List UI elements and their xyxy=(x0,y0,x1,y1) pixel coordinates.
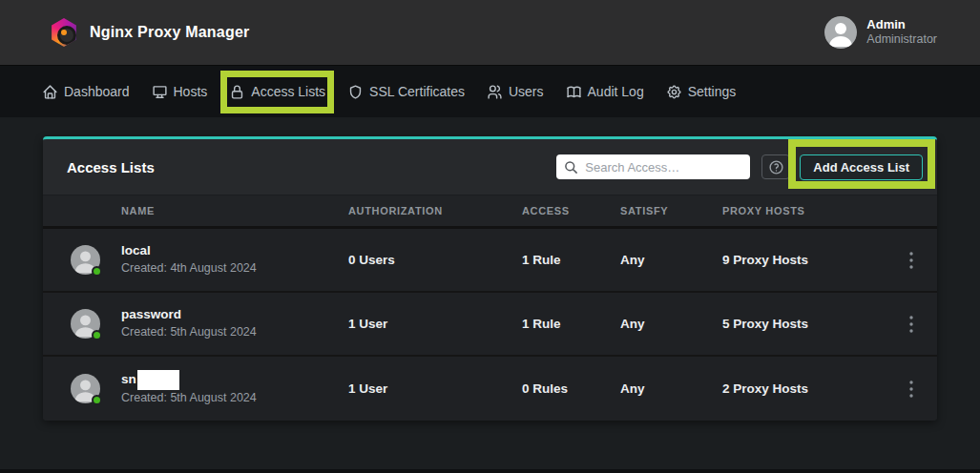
table-header-row: NAME AUTHORIZATION ACCESS SATISFY PROXY … xyxy=(43,195,937,229)
nav-item-users[interactable]: Users xyxy=(487,84,544,100)
lock-icon xyxy=(229,84,245,100)
access-list-avatar xyxy=(71,374,100,403)
user-menu[interactable]: Admin Administrator xyxy=(824,16,937,49)
search-input[interactable] xyxy=(585,160,742,175)
access-value: 1 Rule xyxy=(522,253,620,267)
access-list-created: Created: 5th August 2024 xyxy=(121,390,348,407)
satisfy-value: Any xyxy=(620,381,722,396)
search-icon xyxy=(564,160,578,175)
proxy-hosts-value: 9 Proxy Hosts xyxy=(722,253,885,267)
nav-label: Access Lists xyxy=(251,84,325,99)
add-access-list-button[interactable]: Add Access List xyxy=(800,154,923,180)
person-icon xyxy=(824,16,857,49)
main-nav: Dashboard Hosts Access Lists SSL Certifi… xyxy=(0,65,980,117)
table-row[interactable]: sn Created: 5th August 2024 1 User 0 Rul… xyxy=(43,357,937,421)
nav-item-hosts[interactable]: Hosts xyxy=(152,84,208,100)
search-box xyxy=(556,154,750,179)
satisfy-value: Any xyxy=(620,253,722,267)
table-row[interactable]: local Created: 4th August 2024 0 Users 1… xyxy=(43,229,937,293)
user-role: Administrator xyxy=(866,32,937,48)
status-online-dot xyxy=(92,330,102,340)
authorization-value: 0 Users xyxy=(348,253,522,267)
access-list-avatar xyxy=(71,309,100,339)
book-icon xyxy=(566,84,582,100)
access-list-name: local xyxy=(121,242,348,260)
access-list-created: Created: 5th August 2024 xyxy=(121,324,348,341)
nav-item-access-lists[interactable]: Access Lists xyxy=(229,84,325,100)
column-header-proxy-hosts: PROXY HOSTS xyxy=(722,205,885,216)
nav-label: Audit Log xyxy=(588,84,644,99)
nav-label: Settings xyxy=(688,84,737,99)
table-row[interactable]: password Created: 5th August 2024 1 User… xyxy=(43,293,937,357)
help-button[interactable] xyxy=(761,154,790,179)
window-bottom-edge xyxy=(0,469,980,473)
nav-item-dashboard[interactable]: Dashboard xyxy=(42,84,130,100)
nav-item-settings[interactable]: Settings xyxy=(666,84,737,100)
user-avatar xyxy=(824,16,857,49)
nav-label: Dashboard xyxy=(64,84,130,99)
gear-icon xyxy=(666,84,682,100)
nav-item-ssl-certificates[interactable]: SSL Certificates xyxy=(347,84,465,100)
user-name: Admin xyxy=(866,17,937,32)
access-list-avatar xyxy=(71,245,100,275)
panel-header: Access Lists Add Access List xyxy=(43,139,937,195)
access-value: 1 Rule xyxy=(522,317,620,331)
users-icon xyxy=(487,84,503,100)
satisfy-value: Any xyxy=(620,317,722,331)
nav-label: Users xyxy=(509,84,544,99)
row-actions-kebab-icon[interactable] xyxy=(885,316,937,333)
page-title: Access Lists xyxy=(67,159,155,175)
access-list-created: Created: 4th August 2024 xyxy=(121,260,348,278)
access-lists-panel: Access Lists Add Access List NAME AUTHOR… xyxy=(43,136,937,421)
status-online-dot xyxy=(92,266,102,277)
redaction-box xyxy=(137,370,179,390)
monitor-icon xyxy=(152,84,168,100)
column-header-authorization: AUTHORIZATION xyxy=(348,205,522,216)
nginx-proxy-manager-logo-icon xyxy=(50,18,78,47)
home-icon xyxy=(42,84,58,100)
proxy-hosts-value: 2 Proxy Hosts xyxy=(722,381,885,396)
shield-icon xyxy=(347,84,364,100)
nav-label: SSL Certificates xyxy=(369,84,465,99)
column-header-satisfy: SATISFY xyxy=(620,205,722,216)
access-value: 0 Rules xyxy=(522,381,620,396)
nav-item-audit-log[interactable]: Audit Log xyxy=(566,84,644,100)
row-actions-kebab-icon[interactable] xyxy=(885,252,937,269)
access-list-name: sn xyxy=(121,370,348,390)
app-header: Nginx Proxy Manager Admin Administrator xyxy=(0,0,980,65)
row-actions-kebab-icon[interactable] xyxy=(885,380,937,398)
app-title: Nginx Proxy Manager xyxy=(90,24,249,41)
proxy-hosts-value: 5 Proxy Hosts xyxy=(722,317,885,331)
column-header-name: NAME xyxy=(121,205,348,216)
nav-label: Hosts xyxy=(174,84,208,99)
access-list-name: password xyxy=(121,306,348,324)
authorization-value: 1 User xyxy=(348,381,522,396)
status-online-dot xyxy=(92,395,102,405)
authorization-value: 1 User xyxy=(348,317,522,331)
help-icon xyxy=(768,159,784,175)
column-header-access: ACCESS xyxy=(522,205,620,216)
